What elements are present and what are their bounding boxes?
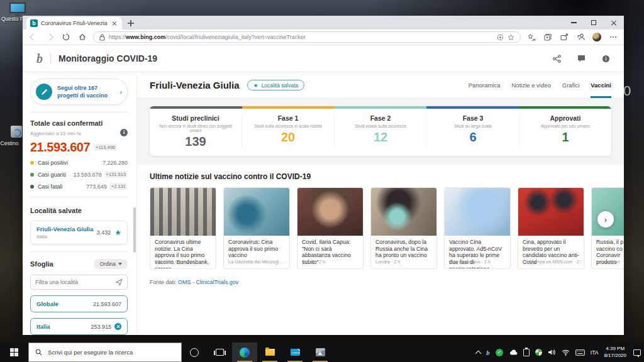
news-heading: Ultime notizie sul vaccino contro il COV… [150,172,624,181]
clock-date: 8/17/2020 [604,353,626,359]
collections-button[interactable] [542,31,553,43]
tab-panoramica[interactable]: Panoramica [469,72,501,98]
home-icon [79,33,86,41]
location-header: Friuli-Venezia Giulia ★ Località salvata… [137,72,624,99]
system-tray: b ✓ ITA 4:39 PM 8/17/2020 [476,343,644,362]
back-button[interactable] [28,31,39,43]
news-card[interactable]: Coronavirus: Cina approva il suo primo v… [223,187,290,269]
mail-button[interactable] [282,343,308,362]
share-icon [560,33,569,41]
page-feedback-icon[interactable] [577,55,586,62]
touch-keyboard-icon[interactable] [575,349,585,356]
action-center-icon[interactable] [633,349,641,356]
page-share-icon[interactable] [553,55,561,63]
maximize-button[interactable] [584,16,604,30]
usb-device-icon[interactable] [523,349,530,356]
phase-label: Studi preclinici [155,114,236,122]
saved-locations-heading: Località salvate [30,207,82,214]
phase-fase-2: Fase 2 Studi estesi sulla sicurezza 12 [335,114,427,149]
bing-tray-icon[interactable]: b [486,349,490,356]
saved-location-card[interactable]: Friuli-Venezia Giulia Italia 3.432 ★ [30,221,128,244]
news-card[interactable]: Vaccino Cina approvato. Ad5-nCoV ha supe… [444,187,511,269]
pinwheel-icon[interactable] [535,349,542,356]
volume-icon[interactable] [548,349,556,356]
settings-menu-button[interactable] [608,31,619,43]
favorites-bar-button[interactable] [526,31,537,43]
cortana-button[interactable] [182,343,207,362]
cortana-icon [190,348,199,357]
feedback-button[interactable] [575,31,586,43]
close-button[interactable] [604,16,624,30]
bing-favicon-icon: b [30,19,38,27]
language-indicator[interactable]: ITA [591,349,599,356]
source-link-clinicaltrials[interactable]: ClinicalTrials.gov [196,279,239,285]
stat-value: 13.593.678 [73,172,101,178]
news-card[interactable]: Coronavirus ultime notizie. La Cina appr… [150,187,216,269]
recycle-bin-icon [11,126,22,138]
tab-grafici[interactable]: Grafici [562,72,579,98]
taskbar-search[interactable]: Scrivi qui per eseguire la ricerca [28,343,182,362]
phase-desc: Studi sulla sicurezza in scala ridotta [247,124,329,128]
sort-dropdown[interactable]: Ordina [94,259,128,269]
pencil-icon-circle [36,84,52,100]
new-tab-button[interactable] [126,18,136,28]
start-button[interactable] [0,343,28,362]
bing-logo[interactable]: b [36,52,43,65]
stat-label: Casi positivi [38,160,103,166]
security-shield-icon[interactable]: ✓ [496,349,503,356]
clock[interactable]: 4:39 PM 8/17/2020 [604,346,626,359]
minimize-button[interactable] [564,16,584,30]
news-image [150,188,216,236]
photos-icon [316,348,325,356]
news-card[interactable]: Cina, approvato il brevetto per un candi… [518,187,584,269]
region-card-globale[interactable]: Globale 21.593.607 [30,295,128,312]
total-cases-value: 21.593.607 [30,140,90,155]
profile-avatar[interactable] [591,31,602,43]
task-view-button[interactable] [207,343,232,362]
url-bar[interactable]: https://www.bing.com/covid/local/friuliv… [93,31,521,43]
tab-title: Coronavirus Friuli-Venezia Giulia [41,20,108,26]
remove-region-icon[interactable] [114,323,121,330]
onedrive-cloud-icon[interactable] [509,349,518,355]
file-explorer-button[interactable] [257,343,282,362]
filter-location-input[interactable] [35,279,111,285]
phase-label: Approvati [525,114,606,122]
tab-close-icon[interactable] [111,19,118,27]
send-location-icon[interactable] [115,278,123,286]
phase-color-bar [150,106,611,109]
star-icon[interactable]: ★ [114,228,121,237]
region-card-italia[interactable]: Italia 253.915 [30,318,128,335]
browser-tab[interactable]: b Coronavirus Friuli-Venezia Giulia [26,17,122,30]
info-icon[interactable]: i [120,129,128,136]
carousel-next-button[interactable]: › [597,211,614,228]
news-meta: Il Sole 24 Ore · 2 h [155,259,213,265]
phase-bar-segment [335,106,427,109]
saved-location-value: 3.432 [97,229,111,236]
home-button[interactable] [77,31,88,43]
photos-button[interactable] [308,343,333,362]
lock-icon [99,34,105,41]
reload-button[interactable] [60,31,72,43]
tab-notizie-e-video[interactable]: Notizie e video [511,72,550,98]
saved-location-badge[interactable]: ★ Località salvata [247,80,305,90]
zoom-page-icon[interactable] [497,34,504,41]
news-card[interactable]: Coronavirus, dopo la Russia anche la Cin… [370,187,437,269]
tray-expand-icon[interactable] [475,350,482,356]
edge-taskbar-button[interactable] [232,343,257,362]
page-info-icon[interactable] [602,55,610,63]
forward-button[interactable] [44,31,55,43]
sidebar-scrollbar[interactable] [133,207,136,253]
tab-vaccini[interactable]: Vaccini [591,72,611,98]
follow-vaccine-banner[interactable]: Segui oltre 167 progetti di vaccino › [30,79,128,105]
favorite-star-icon[interactable] [508,34,514,41]
news-card-clipped[interactable]: Russia, il p vaccino co Coronavir prodot… [591,187,624,269]
saved-location-name[interactable]: Friuli-Venezia Giulia [36,226,93,233]
desktop-icon-label: Cestino [0,140,19,146]
page-title: Monitoraggio COVID-19 [58,53,157,63]
wifi-icon[interactable] [562,349,570,356]
region-name: Italia [36,323,50,330]
filter-location-field[interactable] [30,275,128,290]
share-button[interactable] [558,31,570,43]
news-card[interactable]: Covid, Ilaria Capua: "Non ci sarà abbast… [297,187,364,269]
source-link-oms[interactable]: OMS [178,279,191,285]
